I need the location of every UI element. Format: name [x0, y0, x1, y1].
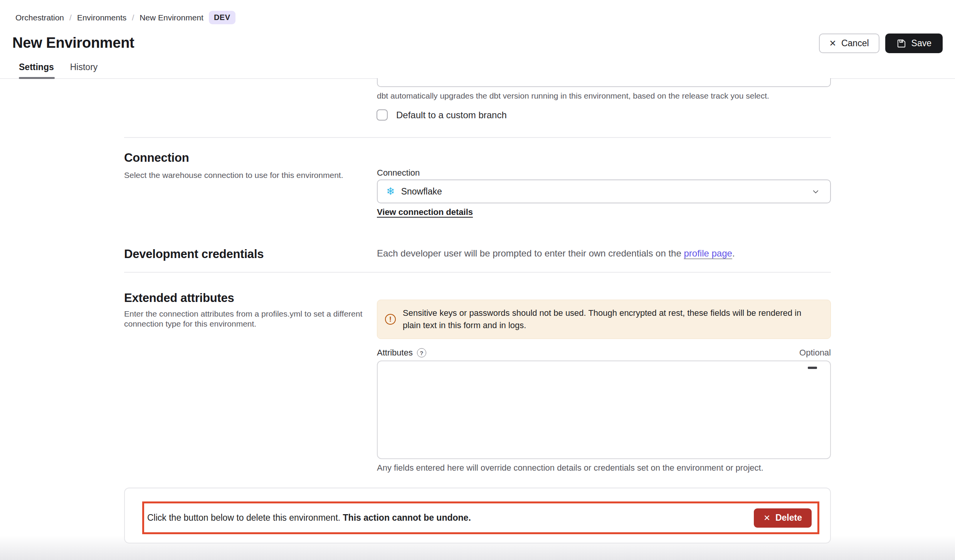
collapse-icon[interactable] — [808, 367, 817, 369]
cancel-button-label: Cancel — [841, 38, 869, 49]
development-credentials-text: Each developer user will be prompted to … — [377, 248, 735, 259]
attributes-helper: Any fields entered here will override co… — [377, 463, 763, 473]
warning-text: Sensitive keys or passwords should not b… — [403, 307, 820, 332]
close-icon: ✕ — [763, 513, 770, 523]
attributes-field-label: Attributes — [377, 348, 413, 358]
help-icon[interactable]: ? — [417, 348, 426, 357]
save-icon — [896, 39, 906, 49]
breadcrumb-new-environment[interactable]: New Environment — [140, 13, 203, 22]
delete-environment-text: Click the button below to delete this en… — [147, 513, 471, 523]
section-divider — [124, 137, 831, 138]
connection-select[interactable]: ❄ Snowflake — [377, 179, 831, 203]
save-button-label: Save — [911, 38, 931, 49]
annotation-highlight-rect: Click the button below to delete this en… — [142, 501, 819, 534]
development-credentials-heading: Development credentials — [124, 247, 264, 261]
breadcrumb-separator: / — [69, 13, 72, 22]
release-track-select-partial[interactable] — [377, 78, 831, 87]
environment-type-badge: DEV — [209, 11, 235, 24]
view-connection-details-link[interactable]: View connection details — [377, 207, 473, 217]
breadcrumb-environments[interactable]: Environments — [77, 13, 126, 22]
connection-description: Select the warehouse connection to use f… — [124, 170, 343, 180]
chevron-down-icon — [811, 187, 820, 196]
tab-history[interactable]: History — [70, 62, 98, 79]
delete-text-bold: This action cannot be undone. — [343, 513, 471, 523]
breadcrumb-separator: / — [132, 13, 134, 22]
delete-environment-card: Click the button below to delete this en… — [124, 488, 831, 543]
page-title: New Environment — [12, 35, 134, 51]
delete-button-label: Delete — [775, 513, 802, 523]
warning-icon: ! — [385, 314, 396, 325]
new-environment-page: Orchestration / Environments / New Envir… — [0, 0, 955, 560]
connection-field-label: Connection — [377, 168, 420, 178]
attributes-label-row: Attributes ? Optional — [377, 348, 831, 358]
dev-credentials-text-after: . — [732, 248, 735, 258]
extended-attributes-description: Enter the connection attributes from a p… — [124, 309, 365, 329]
attributes-textarea[interactable] — [377, 360, 831, 459]
breadcrumb-orchestration[interactable]: Orchestration — [15, 13, 64, 22]
custom-branch-label: Default to a custom branch — [396, 110, 507, 121]
cancel-button[interactable]: ✕ Cancel — [819, 34, 879, 53]
connection-select-value: Snowflake — [401, 186, 805, 197]
delete-text: Click the button below to delete this en… — [147, 513, 343, 523]
delete-button[interactable]: ✕ Delete — [754, 508, 812, 528]
sensitive-keys-warning: ! Sensitive keys or passwords should not… — [377, 300, 831, 339]
profile-page-link[interactable]: profile page — [684, 248, 732, 258]
release-track-helper: dbt automatically upgrades the dbt versi… — [377, 91, 769, 101]
optional-label: Optional — [799, 348, 831, 358]
custom-branch-row: Default to a custom branch — [377, 109, 507, 121]
section-divider — [124, 272, 831, 273]
connection-heading: Connection — [124, 151, 189, 165]
snowflake-icon: ❄ — [386, 186, 395, 197]
save-button[interactable]: Save — [885, 34, 943, 53]
header-actions: ✕ Cancel Save — [819, 34, 943, 53]
custom-branch-checkbox[interactable] — [377, 109, 388, 121]
dev-credentials-text-before: Each developer user will be prompted to … — [377, 248, 684, 258]
extended-attributes-heading: Extended attributes — [124, 291, 234, 305]
breadcrumb: Orchestration / Environments / New Envir… — [15, 11, 235, 24]
active-tab-underline — [19, 77, 55, 79]
close-icon: ✕ — [829, 39, 836, 49]
